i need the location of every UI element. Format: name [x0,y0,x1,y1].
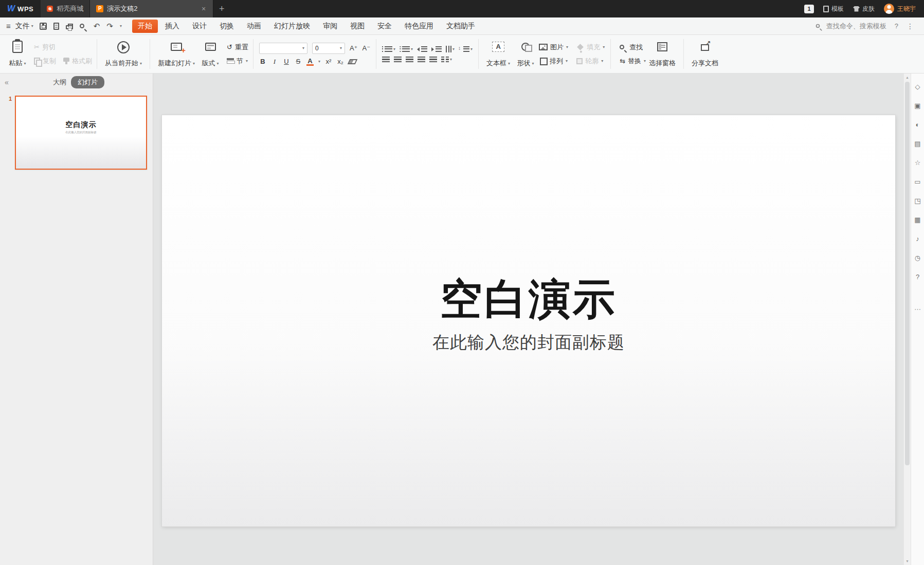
line-spacing-button[interactable]: ▾ [459,46,473,52]
print-button[interactable] [66,23,73,29]
clear-format-icon[interactable] [348,59,358,64]
export-tool-icon[interactable]: ◳ [914,197,920,205]
tab-special-apps[interactable]: 特色应用 [399,20,439,33]
italic-button[interactable]: I [271,58,278,66]
color-scheme-tool-icon[interactable]: ◐ [916,121,920,129]
new-slide-button[interactable]: 新建幻灯片▾ [155,38,198,70]
slide-1[interactable]: 空白演示 在此输入您的封面副标题 [162,115,895,526]
text-direction-button[interactable]: ▾ [446,46,455,52]
more-tools-icon[interactable]: ⋯ [914,305,921,313]
beautify-tool-icon[interactable]: ◇ [915,83,920,91]
collapse-panel-button[interactable]: « [5,78,9,86]
textbox-button[interactable]: A 文本框▾ [483,38,513,70]
vertical-scrollbar[interactable]: ▲ ▼ [903,74,911,565]
tab-docer-mall[interactable]: 稻壳商城 [41,0,90,17]
slide-thumbnail-1[interactable]: 空白演示 在此输入您的封面副标题 [15,96,147,170]
increase-indent-button[interactable] [431,46,442,52]
align-left-button[interactable] [382,57,390,62]
superscript-button[interactable]: x² [325,58,332,65]
bullet-list-button[interactable]: ▾ [382,46,395,52]
user-account-button[interactable]: 王晓宇 [884,4,916,14]
tab-view[interactable]: 视图 [345,20,370,33]
tab-security[interactable]: 安全 [372,20,397,33]
favorites-tool-icon[interactable]: ☆ [915,159,921,167]
replace-button[interactable]: ⇆ 替换 ▾ [620,57,646,66]
columns-button[interactable]: ▾ [441,57,452,62]
help-tool-icon[interactable]: ? [916,273,919,281]
decrease-indent-button[interactable] [417,46,427,52]
layout-tool-icon[interactable]: ▤ [914,140,920,148]
layout-button[interactable]: 版式▾ [198,38,223,70]
tab-slides-view[interactable]: 幻灯片 [71,76,104,88]
fill-button[interactable]: 填充 ▾ [576,43,605,52]
output-button[interactable] [53,23,59,30]
layers-tool-icon[interactable]: ▣ [914,102,920,110]
tab-design[interactable]: 设计 [187,20,212,33]
tab-review[interactable]: 审阅 [317,20,343,33]
share-document-button[interactable]: 分享文档 [689,38,721,70]
tab-slideshow[interactable]: 幻灯片放映 [268,20,316,33]
tab-outline-view[interactable]: 大纲 [53,78,66,87]
doc-count-badge[interactable]: 1 [804,5,814,13]
main-menu-icon[interactable]: ≡ [6,22,11,30]
numbered-list-button[interactable]: ▾ [400,46,413,52]
subscript-button[interactable]: x₂ [337,58,344,65]
paste-button[interactable]: 粘贴▾ [5,38,30,70]
command-search[interactable]: 查找命令、搜索模板 [816,22,886,31]
selection-pane-button[interactable]: 选择窗格 [646,38,679,70]
font-family-select[interactable]: ▾ [259,43,307,54]
tab-presentation2[interactable]: 演示文稿2 × [90,0,213,17]
history-tool-icon[interactable]: ◷ [915,254,920,262]
find-button[interactable]: 查找 [620,43,646,52]
scroll-down-icon[interactable]: ▼ [904,559,911,563]
audio-tool-icon[interactable]: ♪ [916,235,919,243]
file-menu-button[interactable]: 文件 ▾ [15,22,33,31]
font-size-select[interactable]: 0 ▾ [312,43,345,54]
wps-home-button[interactable]: W WPS [0,0,41,17]
align-right-button[interactable] [406,57,413,62]
font-color-button[interactable]: A [306,58,314,66]
slide-subtitle-placeholder[interactable]: 在此输入您的封面副标题 [162,331,895,354]
underline-button[interactable]: U [283,58,290,65]
bold-button[interactable]: B [259,58,266,65]
outline-button[interactable]: 轮廓 ▾ [576,57,605,66]
help-button[interactable]: ? [895,22,898,30]
notes-tool-icon[interactable]: ▭ [914,178,920,186]
caret-down-icon: ▾ [318,59,320,64]
template-button[interactable]: 模板 [823,5,844,13]
tab-doc-assistant[interactable]: 文档助手 [441,20,481,33]
scrollbar-thumb[interactable] [905,82,910,465]
skin-button[interactable]: 皮肤 [853,5,875,13]
copy-button[interactable]: 复制 [34,57,56,66]
section-button[interactable]: 节 ▾ [227,57,248,66]
new-tab-button[interactable]: + [213,0,230,17]
arrange-button[interactable]: 排列 ▾ [539,57,568,66]
shapes-button[interactable]: 形状▾ [513,38,538,70]
increase-font-button[interactable]: A⁺ [350,44,358,52]
justify-button[interactable] [418,57,425,62]
distribute-button[interactable] [429,57,437,62]
align-center-button[interactable] [394,57,402,62]
more-menu-icon[interactable]: ⋮ [907,22,914,30]
strikethrough-button[interactable]: S [295,58,302,65]
gallery-tool-icon[interactable]: ▦ [914,216,920,224]
tab-transitions[interactable]: 切换 [214,20,240,33]
tab-close-icon[interactable]: × [201,5,207,13]
editing-canvas[interactable]: 空白演示 在此输入您的封面副标题 [153,74,903,565]
redo-button[interactable]: ↷ [106,22,113,31]
print-preview-button[interactable] [80,23,87,29]
tab-home[interactable]: 开始 [132,20,158,33]
scroll-up-icon[interactable]: ▲ [904,76,911,79]
decrease-font-button[interactable]: A⁻ [362,44,370,52]
reset-button[interactable]: ↺ 重置 [227,43,248,52]
save-button[interactable] [40,23,47,30]
cut-button[interactable]: ✂ 剪切 [34,43,92,52]
play-from-current-button[interactable]: 从当前开始▾ [102,38,145,70]
format-painter-button[interactable]: 格式刷 [63,57,92,66]
picture-button[interactable]: 图片 ▾ [539,43,568,52]
quick-access-caret-icon[interactable]: ▾ [120,24,122,28]
tab-insert[interactable]: 插入 [159,20,185,33]
slide-title-placeholder[interactable]: 空白演示 [162,271,895,328]
tab-animations[interactable]: 动画 [241,20,267,33]
undo-button[interactable]: ↶ [94,22,100,31]
